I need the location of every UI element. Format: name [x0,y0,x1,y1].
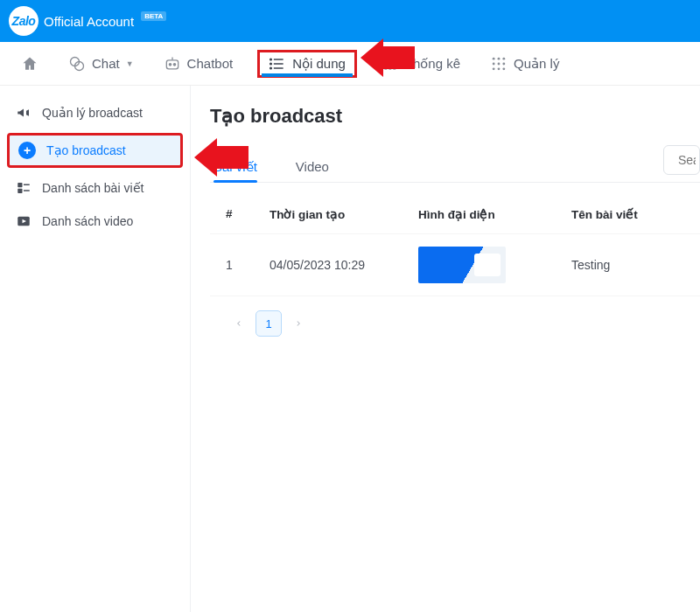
nav-thong-ke[interactable]: Thống kê [376,50,466,78]
svg-point-15 [493,57,495,59]
grid-icon [490,55,508,73]
megaphone-icon [16,105,32,121]
sidebar-item-label: Danh sách video [42,214,133,228]
svg-point-3 [169,63,171,65]
sidebar-item-danh-sach-bai-viet[interactable]: Danh sách bài viết [0,171,190,205]
svg-rect-27 [24,190,30,191]
nav-thong-ke-label: Thống kê [405,56,460,72]
nav-quan-ly[interactable]: Quản lý [485,50,564,78]
thumbnail-image [418,247,506,283]
col-header-time: Thời gian tạo [270,207,418,221]
main-wrap: Quản lý broadcast + Tạo broadcast Danh s… [0,86,700,612]
pagination-next[interactable] [285,310,312,337]
cell-idx: 1 [226,258,270,272]
chevron-right-icon [294,319,303,328]
nav-quan-ly-label: Quản lý [514,56,559,72]
top-nav: Chat ▼ Chatbot Nội dung Thống kê Quản lý [0,42,700,86]
brand-text: Official Account [44,14,134,29]
svg-point-21 [493,67,495,70]
tab-video[interactable]: Video [296,152,329,182]
col-header-thumb: Hình đại diện [418,207,571,221]
table-row[interactable]: 1 04/05/2023 10:29 Testing [210,234,700,296]
svg-point-16 [498,57,500,59]
nav-home[interactable] [16,50,44,78]
tab-bai-viet[interactable]: Bài viết [214,152,257,182]
chevron-down-icon: ▼ [126,59,134,68]
search-input[interactable] [678,153,696,167]
svg-point-22 [498,67,500,70]
pagination-prev[interactable] [226,310,252,337]
nav-chatbot-label: Chatbot [187,56,234,71]
article-list-icon [16,180,32,196]
svg-rect-12 [384,64,387,70]
sidebar-item-label: Tạo broadcast [46,143,126,157]
content-area: Tạo broadcast Bài viết Video # Thời gian… [191,86,700,612]
svg-point-20 [502,62,505,65]
pagination: 1 [210,310,700,337]
cell-name: Testing [571,258,684,272]
svg-rect-26 [24,184,30,186]
content-tabs: Bài viết Video [210,152,700,183]
nav-noi-dung[interactable]: Nội dung [257,50,357,78]
cell-time: 04/05/2023 10:29 [270,258,418,272]
col-header-idx: # [226,207,270,221]
sidebar-item-label: Danh sách bài viết [42,181,144,195]
cell-thumb [418,247,571,283]
sidebar-item-label: Quản lý broadcast [42,106,143,120]
sidebar-item-danh-sach-video[interactable]: Danh sách video [0,205,190,238]
app-header: Zalo Official Account BETA [0,0,700,42]
svg-point-11 [270,67,272,69]
chart-icon [382,55,399,73]
svg-rect-14 [393,61,396,69]
sidebar-item-quan-ly-broadcast[interactable]: Quản lý broadcast [0,96,190,129]
posts-table: # Thời gian tạo Hình đại diện Tên bài vi… [210,195,700,296]
svg-rect-13 [388,59,391,70]
brand-wrap: Zalo Official Account BETA [9,6,166,36]
list-icon [269,55,286,73]
svg-point-19 [498,62,500,65]
chat-icon [68,55,86,73]
plus-icon: + [18,142,36,159]
svg-point-17 [502,57,505,59]
svg-rect-24 [18,183,22,187]
nav-chatbot[interactable]: Chatbot [158,50,239,78]
chatbot-icon [164,55,181,73]
svg-rect-25 [18,189,22,193]
svg-point-10 [270,63,272,65]
sidebar: Quản lý broadcast + Tạo broadcast Danh s… [0,86,191,612]
search-box[interactable] [663,145,700,175]
pagination-page-1[interactable]: 1 [256,310,282,337]
svg-point-18 [493,62,495,65]
home-icon [21,55,38,73]
sidebar-item-tao-broadcast[interactable]: + Tạo broadcast [7,133,183,168]
table-header: # Thời gian tạo Hình đại diện Tên bài vi… [210,195,700,234]
nav-chat-label: Chat [92,56,120,71]
chevron-left-icon [234,319,243,328]
video-icon [16,213,32,229]
col-header-name: Tên bài viết [571,207,684,221]
svg-rect-2 [166,59,178,68]
page-title: Tạo broadcast [210,105,700,128]
nav-chat[interactable]: Chat ▼ [63,50,139,78]
beta-badge: BETA [141,11,166,21]
zalo-logo: Zalo [9,6,38,36]
nav-noi-dung-label: Nội dung [292,56,346,72]
svg-point-4 [173,63,175,65]
svg-point-23 [502,67,505,70]
svg-point-9 [270,59,272,60]
